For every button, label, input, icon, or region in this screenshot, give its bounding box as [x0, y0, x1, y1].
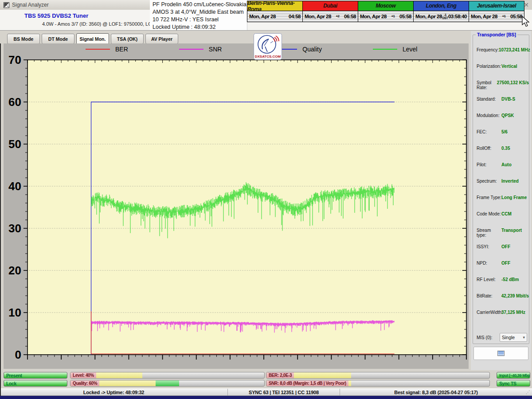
disk-stack-icon — [497, 350, 505, 356]
transponder-field-row: RollOff:0.35 — [473, 145, 529, 161]
clock-london: London, Eng Mon, Apr 28 -1 DST 03:58:40 — [414, 1, 469, 22]
field-label: CarrierWidth: — [477, 309, 501, 325]
snr-bar: SNR: 8,0 dB (Margin: 1,5 dB | Very Poor) — [266, 380, 490, 387]
field-label: Pilot: — [477, 161, 501, 178]
record-device-button[interactable] — [473, 347, 528, 360]
svg-text:70: 70 — [8, 53, 21, 66]
svg-text:0: 0 — [15, 348, 21, 361]
field-value: Vertical — [501, 63, 517, 79]
resize-grip[interactable]: ⋰ — [526, 390, 530, 395]
clock-time: 03:58:40 — [448, 14, 467, 19]
quality-label: Quality: 60% — [70, 380, 99, 386]
clock-city: Jerusalem-Israel — [469, 1, 524, 11]
window-titlebar: Signal Analyzer — [0, 0, 151, 10]
clock-time: 06:58 — [344, 14, 356, 19]
clock-dubai: Dubai Mon, Apr 28 +2 06:58 — [303, 1, 358, 22]
field-label: RollOff: — [477, 145, 501, 161]
field-value: 37,125 MHz — [501, 309, 525, 325]
logo-text: DXSATCS.COM — [255, 55, 281, 59]
svg-text:10: 10 — [8, 306, 21, 319]
field-label: Standard: — [477, 96, 501, 112]
field-label: Modulation: — [477, 112, 501, 129]
field-label: Polarization: — [477, 63, 501, 79]
legend-item-level: Level — [373, 46, 417, 53]
tab-bs-mode[interactable]: BS Mode — [7, 34, 40, 44]
clock-city: Berlin-Paris-Vienna-Roma — [247, 1, 302, 11]
svg-text:30: 30 — [8, 222, 21, 235]
snr-line-swatch — [179, 49, 203, 50]
level-bar: Level: 40% — [70, 372, 265, 379]
field-value: Long Frame — [501, 194, 527, 211]
field-value: 10723,241 MHz — [499, 47, 530, 63]
lock-indicator: Lock — [4, 380, 67, 387]
field-label: Spectrum: — [477, 178, 501, 194]
field-value: OFF — [501, 243, 510, 260]
svg-text:40: 40 — [8, 180, 21, 193]
mis-select[interactable]: Single ▾ — [500, 333, 527, 342]
tab-dt-mode[interactable]: DT Mode — [42, 34, 74, 44]
field-value: QPSK — [501, 112, 514, 129]
transponder-field-row: Modulation:QPSK — [473, 112, 529, 129]
world-clocks: Berlin-Paris-Vienna-Roma Mon, Apr 28 04:… — [247, 1, 524, 22]
chevron-down-icon: ▾ — [523, 335, 525, 340]
transponder-field-row: Polarization:Vertical — [473, 63, 529, 79]
svg-text:20: 20 — [8, 264, 21, 277]
bottom-strip — [0, 396, 532, 399]
transponder-field-row: Code Mode:CCM — [473, 211, 529, 227]
clock-time: 04:58 — [289, 14, 301, 19]
clock-city: Moscow — [358, 1, 413, 11]
field-label: Frame Type: — [477, 194, 501, 211]
mode-tabs: BS Mode DT Mode Signal Mon. TSA (OK) AV … — [7, 34, 178, 44]
dxsatcs-logo: DXSATCS.COM — [254, 33, 282, 62]
field-value: Transport — [501, 227, 522, 243]
clock-jerusalem: Jerusalem-Israel Mon, Apr 28 +1 05:58 — [469, 1, 524, 22]
input-indicator: Input (~40,39 Mbps) — [497, 372, 530, 379]
clock-city: London, Eng — [414, 1, 469, 11]
transponder-field-row: Standard:DVB-S — [473, 96, 529, 112]
tab-signal-mon[interactable]: Signal Mon. — [76, 33, 109, 44]
status-bar: Locked -> Uptime: 48:09:32 SYNC 63 | TEI… — [0, 388, 532, 396]
level-line-swatch — [373, 49, 397, 50]
clock-date: Mon, Apr 28 — [471, 14, 497, 19]
sync-ts-indicator: Sync TS — [497, 380, 530, 387]
status-sync-counters: SYNC 63 | TEI 12351 | CC 11908 — [228, 389, 340, 395]
field-value: -52 dBm — [501, 276, 519, 293]
field-label: ISSYI: — [477, 243, 501, 260]
transponder-field-row: Frame Type:Long Frame — [473, 194, 529, 211]
present-indicator: Present — [4, 372, 67, 379]
quality-fill-green — [156, 380, 179, 386]
field-value: 5/6 — [501, 129, 508, 145]
field-value: Inverted — [501, 178, 519, 194]
field-label: RF Level: — [477, 276, 501, 293]
field-value: OFF — [501, 260, 510, 276]
station-info: PF Prodelin 450 cm/Lučenec-Slovakia AMOS… — [150, 0, 247, 30]
status-best-signal: Best signal: 8,3 dB (2025-04-27 05:17) — [340, 389, 532, 395]
status-uptime: Locked -> Uptime: 48:09:32 — [0, 389, 228, 395]
transponder-field-row: Pilot:Auto — [473, 161, 529, 178]
tab-av-player[interactable]: AV Player — [145, 34, 178, 44]
field-value: 42,239 Mbit/s — [501, 293, 529, 309]
station-line: AMOS 3 at 4,0°W_Middle East beam — [150, 8, 247, 16]
clock-dst: DST — [442, 16, 448, 20]
mouse-cursor — [521, 16, 531, 29]
field-value: 27500,132 KS/s — [497, 79, 529, 96]
field-value: CCM — [501, 211, 512, 227]
plot-area: 010203040506070 — [4, 43, 469, 369]
tab-tsa[interactable]: TSA (OK) — [111, 34, 144, 44]
legend-item-ber: BER — [86, 46, 128, 53]
app-icon — [4, 2, 9, 8]
clock-berlin: Berlin-Paris-Vienna-Roma Mon, Apr 28 04:… — [247, 1, 303, 22]
clock-time: 05:58 — [399, 14, 411, 19]
clock-city: Dubai — [303, 1, 358, 11]
clock-date: Mon, Apr 28 — [360, 14, 387, 19]
transponder-field-row: FEC:5/6 — [473, 129, 529, 145]
transponder-field-row: Spectrum:Inverted — [473, 178, 529, 194]
mis-label: MIS (0): — [477, 335, 500, 340]
station-line: Locked Uptime : 48:09:32 — [150, 23, 247, 31]
clock-offset: +1 — [502, 15, 505, 18]
transponder-panel: Transponder [BS] Frequency:10723,241 MHz… — [471, 31, 531, 370]
tuner-name: TBS 5925 DVBS2 Tuner — [24, 12, 88, 19]
clock-moscow: Moscow Mon, Apr 28 +1 05:58 — [358, 1, 414, 22]
window-left-edge — [0, 43, 1, 396]
ber-bar: BER: 2,0E-3 — [266, 372, 490, 379]
